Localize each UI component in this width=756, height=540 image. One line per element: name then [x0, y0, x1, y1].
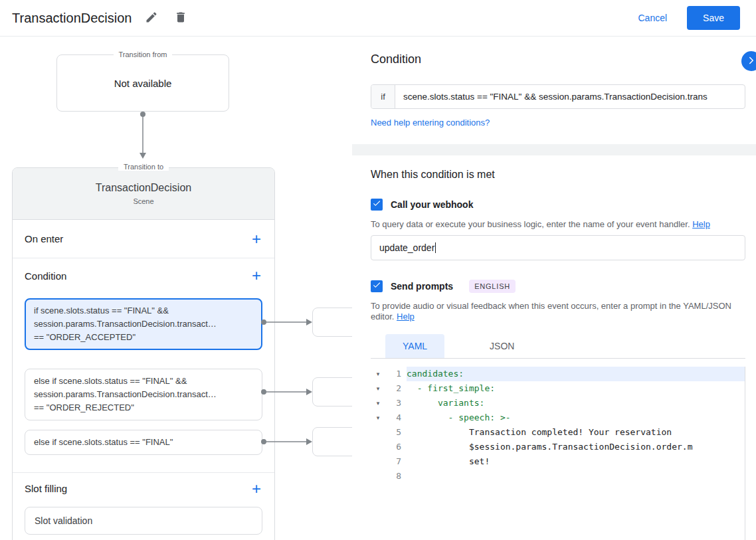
line-number: 4 — [385, 410, 407, 425]
prompt-editor-tabs: YAML JSON — [371, 334, 745, 359]
condition-line: == "ORDER_REJECTED" — [34, 401, 253, 414]
page-title: TransactionDecision — [12, 11, 132, 26]
transition-target-box-3[interactable] — [312, 427, 352, 456]
yaml-editor[interactable]: ▾1candidates:▾2 - first_simple:▾3 varian… — [371, 367, 745, 540]
transition-target-box-2[interactable] — [312, 377, 352, 406]
fold-toggle-icon — [371, 469, 385, 484]
on-enter-label: On enter — [25, 233, 63, 244]
slot-filling-header: Slot filling + — [13, 473, 274, 504]
webhook-description: To query data or execute your business l… — [371, 219, 745, 230]
fold-toggle-icon[interactable]: ▾ — [371, 410, 385, 425]
header-left: TransactionDecision — [12, 9, 190, 27]
language-badge: ENGLISH — [469, 280, 516, 293]
slot-filling-label: Slot filling — [25, 483, 67, 494]
transition-from-box: Not available — [56, 54, 229, 112]
chevron-right-icon — [745, 54, 756, 68]
line-number: 8 — [385, 469, 407, 484]
fold-toggle-icon[interactable]: ▾ — [371, 367, 385, 381]
condition-line: session.params.TransactionDecision.trans… — [34, 388, 253, 401]
line-number: 7 — [385, 454, 407, 469]
conditions-help-link[interactable]: Need help entering conditions? — [371, 118, 490, 128]
line-number: 3 — [385, 396, 407, 410]
scene-card-subtitle: Scene — [133, 197, 153, 205]
scene-diagram: Transition from Not available — [0, 37, 352, 540]
check-icon — [372, 199, 381, 211]
code-line: - first_simple: — [407, 381, 745, 396]
fold-toggle-icon — [371, 440, 385, 454]
condition-line: else if scene.slots.status == "FINAL" — [34, 436, 253, 449]
condition-section: Condition + if scene.slots.status == "FI… — [13, 258, 274, 473]
transition-from-content: Not available — [114, 78, 172, 89]
line-number: 6 — [385, 440, 407, 454]
on-enter-section: On enter + — [13, 220, 274, 258]
fold-toggle-icon — [371, 425, 385, 440]
trash-icon — [174, 11, 187, 26]
webhook-help-link[interactable]: Help — [692, 219, 710, 229]
call-webhook-label: Call your webhook — [391, 199, 473, 210]
condition-card-accepted[interactable]: if scene.slots.status == "FINAL" && sess… — [25, 298, 262, 350]
send-prompts-checkbox[interactable] — [371, 280, 383, 292]
fold-toggle-icon — [371, 454, 385, 469]
scene-card-header: TransactionDecision Scene — [13, 168, 274, 220]
edit-title-button[interactable] — [142, 9, 161, 27]
code-line: Transaction completed! Your reservation — [407, 425, 745, 440]
condition-panel: Condition if scene.slots.status == "FINA… — [352, 37, 756, 540]
section-divider — [352, 144, 756, 155]
code-line: candidates: — [407, 367, 745, 381]
condition-card-rejected[interactable]: else if scene.slots.status == "FINAL" &&… — [25, 369, 262, 420]
condition-section-header: Condition + — [13, 258, 274, 293]
slot-filling-section: Slot filling + Slot validation — [13, 473, 274, 535]
call-webhook-checkbox[interactable] — [371, 199, 383, 211]
header: TransactionDecision Cancel Save — [0, 0, 756, 37]
yaml-editor-lines: ▾1candidates:▾2 - first_simple:▾3 varian… — [371, 367, 745, 484]
condition-panel-heading: Condition — [371, 52, 745, 66]
line-number: 5 — [385, 425, 407, 440]
add-on-enter-button[interactable]: + — [250, 231, 262, 247]
condition-line: else if scene.slots.status == "FINAL" && — [34, 375, 253, 388]
save-button[interactable]: Save — [687, 6, 740, 30]
condition-expression-field: if scene.slots.status == "FINAL" && sess… — [371, 84, 745, 109]
transition-target-box-1[interactable] — [312, 308, 352, 337]
add-condition-button[interactable]: + — [250, 268, 262, 284]
code-line: - speech: >- — [407, 410, 745, 425]
condition-card-final[interactable]: else if scene.slots.status == "FINAL" — [25, 430, 262, 455]
main-layout: Transition from Not available — [0, 37, 756, 540]
slot-validation-label: Slot validation — [35, 515, 92, 526]
code-line — [407, 469, 745, 484]
code-line: variants: — [407, 396, 745, 410]
condition-line: if scene.slots.status == "FINAL" && — [34, 304, 253, 317]
check-icon — [372, 280, 381, 292]
when-condition-met-heading: When this condition is met — [371, 169, 745, 181]
cancel-button[interactable]: Cancel — [638, 13, 667, 23]
line-number: 2 — [385, 381, 407, 396]
tab-json[interactable]: JSON — [472, 334, 531, 358]
code-line: set! — [407, 454, 745, 469]
condition-section-label: Condition — [25, 270, 66, 282]
slot-validation-item[interactable]: Slot validation — [25, 507, 262, 535]
text-cursor — [435, 242, 436, 253]
prompts-help-link[interactable]: Help — [397, 312, 415, 321]
condition-expression-input[interactable]: scene.slots.status == "FINAL" && session… — [395, 85, 745, 108]
scene-card: TransactionDecision Scene On enter + Con… — [12, 167, 275, 540]
line-number: 1 — [385, 367, 407, 381]
send-prompts-label: Send prompts — [391, 281, 453, 292]
delete-scene-button[interactable] — [171, 9, 190, 27]
fold-toggle-icon[interactable]: ▾ — [371, 381, 385, 396]
scene-card-title: TransactionDecision — [96, 182, 191, 194]
webhook-handler-input[interactable]: update_order — [371, 235, 745, 260]
webhook-row: Call your webhook — [371, 199, 745, 211]
code-line: $session.params.TransactionDecision.orde… — [407, 440, 745, 454]
header-right: Cancel Save — [638, 6, 740, 30]
prompts-row: Send prompts ENGLISH — [371, 280, 745, 293]
pencil-icon — [145, 11, 158, 26]
if-keyword-label: if — [371, 85, 395, 108]
collapse-panel-button[interactable] — [741, 51, 756, 71]
fold-toggle-icon[interactable]: ▾ — [371, 396, 385, 410]
prompts-description: To provide audio or visual feedback when… — [371, 301, 745, 322]
condition-line: session.params.TransactionDecision.trans… — [34, 317, 253, 331]
condition-line: == "ORDER_ACCEPTED" — [34, 331, 253, 344]
tab-yaml[interactable]: YAML — [385, 334, 444, 358]
add-slot-button[interactable]: + — [250, 481, 262, 497]
